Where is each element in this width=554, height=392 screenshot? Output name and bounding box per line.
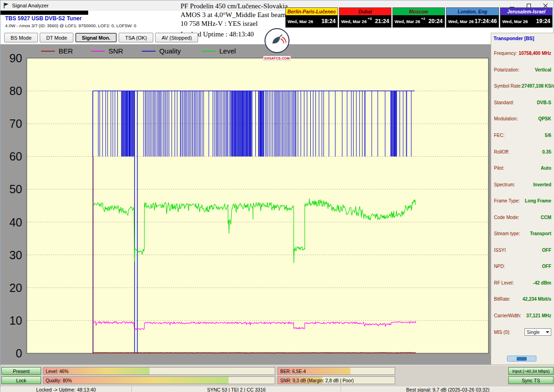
svg-text:30: 30	[9, 249, 22, 261]
svg-text:SNR: SNR	[108, 47, 123, 55]
svg-text:Level: Level	[219, 47, 236, 55]
redacted-strip	[0, 11, 88, 15]
window-title: Signal Analyzer	[12, 3, 48, 8]
level-meter: Level: 46%	[43, 367, 275, 375]
clock-time: Wed, Mar 26 19:24	[500, 15, 552, 27]
clock-city-label: London, Eng	[446, 8, 499, 15]
transponder-panel: Transponder [BS] Frequency:10758,400 MHz…	[491, 33, 554, 365]
status-row-1: Present Level: 46% BER: 6,5E-4 Input (~4…	[0, 367, 554, 375]
status-meters: Present Level: 46% BER: 6,5E-4 Input (~4…	[0, 365, 554, 386]
signal-chart-panel: BERSNRQualityLevel0102030405060708090	[0, 44, 491, 365]
clock-city-label: Moscow	[393, 8, 445, 15]
scrollbar-thumb[interactable]	[517, 357, 527, 361]
field-rolloff: RollOff:0.35	[491, 143, 554, 160]
svg-text:10: 10	[9, 314, 22, 327]
dxsatcs-logo: DXSATCS.COM	[263, 28, 291, 61]
chevron-down-icon	[546, 331, 549, 333]
site-line1: PF Prodelin 450 cm/Lučenec-Slovakia	[181, 2, 288, 11]
svg-text:Quality: Quality	[159, 47, 181, 55]
present-badge: Present	[1, 367, 41, 375]
svg-text:BER: BER	[59, 47, 73, 55]
field-polarization: Polarization:Vertical	[491, 62, 554, 78]
field-modulation: Modulation:QPSK	[491, 111, 554, 127]
site-line3: 10 758 MHz-V : YES israel	[181, 19, 288, 28]
site-line2: AMOS 3 at 4,0°W_Middle East beam	[181, 11, 288, 19]
field-frame-type: Frame Type:Long Frame	[491, 193, 554, 209]
tab-dt-mode[interactable]: DT Mode	[40, 33, 73, 42]
quality-meter-label: Quality: 80%	[46, 378, 72, 383]
clock-city-label: Dubai	[339, 8, 391, 15]
tuner-info: TBS 5927 USB DVB-S2 Tuner 4.0W - Amos 3/…	[5, 15, 136, 28]
clock-time: Wed, Mar 26 +2 20:24	[393, 15, 445, 27]
tuner-title: TBS 5927 USB DVB-S2 Tuner	[5, 15, 136, 22]
svg-text:50: 50	[9, 183, 22, 196]
field-spectrum: Spectrum:Inverted	[491, 176, 554, 193]
snr-meter: SNR: 9,3 dB (Margin: 2,8 dB | Poor)	[277, 376, 395, 384]
clock-berlin-paris-lucenec: Berlin-Paris-Lučenec Wed, Mar 26 18:24	[285, 7, 338, 28]
statusbar-uptime: Locked -> Uptime: 48:13:40	[0, 386, 132, 392]
dxsatcs-logo-text: DXSATCS.COM	[263, 56, 291, 61]
svg-text:0: 0	[16, 347, 22, 360]
clock-time: Wed, Mar 26 18:24	[286, 15, 337, 27]
tab-signal-mon[interactable]: Signal Mon.	[75, 33, 117, 42]
tab-bs-mode[interactable]: BS Mode	[4, 33, 38, 42]
field-issyi: ISSYIOFF	[491, 242, 554, 259]
clock-jerusalem: Jerusalem-Israel Wed, Mar 26 19:24	[500, 7, 553, 28]
svg-text:90: 90	[9, 52, 22, 65]
clock-moscow: Moscow Wed, Mar 26 +2 20:24	[392, 7, 445, 28]
input-badge: Input (~40,34 Mbps)	[508, 367, 554, 375]
transponder-fields: Frequency:10758,400 MHz Polarization:Ver…	[491, 45, 554, 340]
clock-city-label: Jerusalem-Israel	[500, 8, 552, 15]
tab-av[interactable]: AV (Stopped)	[155, 33, 198, 42]
field-code-mode: Code Mode:CCM	[491, 209, 554, 226]
statusbar-best-signal: Best signal: 9,7 dB (2025-03-26 03:32)	[341, 386, 554, 392]
svg-text:20: 20	[9, 281, 22, 294]
level-meter-label: Level: 46%	[46, 368, 68, 374]
field-standard: Standard:DVB-S	[491, 95, 554, 111]
sync-ts-badge: Sync TS	[508, 376, 554, 384]
app-flag-icon	[3, 2, 9, 9]
field-mis: MIS (0): Single	[491, 324, 554, 340]
field-npd: NPD:OFF	[491, 258, 554, 275]
field-symbol-rate: Symbol Rate:27497,108 KS/s	[491, 78, 554, 95]
satellite-dish-icon	[268, 31, 286, 50]
ber-meter-label: BER: 6,5E-4	[280, 368, 306, 374]
sidebar-scrollbar[interactable]	[507, 356, 536, 362]
mis-dropdown[interactable]: Single	[524, 328, 551, 336]
field-fec: FEC:5/6	[491, 127, 554, 144]
dxsatcs-logo-circle	[265, 28, 289, 53]
field-frequency: Frequency:10758,400 MHz	[491, 45, 554, 62]
svg-text:60: 60	[9, 150, 22, 163]
svg-text:70: 70	[9, 117, 22, 130]
clock-time: Wed, Mar 26 +3 21:24	[339, 15, 391, 27]
ber-meter: BER: 6,5E-4	[277, 367, 395, 375]
snr-meter-label: SNR: 9,3 dB (Margin: 2,8 dB | Poor)	[280, 378, 354, 383]
field-bitrate: BitRate:42,234 Mbit/s	[491, 291, 554, 308]
statusbar-sync-info: SYNC 53 | TEI 2 | CC 3316	[132, 386, 341, 392]
clock-city-label: Berlin-Paris-Lučenec	[286, 8, 337, 15]
tuner-subtitle: 4.0W - Amos 3/7 (ID: 3560) @ LOF1: 97500…	[5, 23, 136, 28]
tab-tsa[interactable]: TSA (OK)	[119, 33, 153, 42]
field-carrierwidth: CarrierWidth:37,121 MHz	[491, 308, 554, 324]
signal-chart: BERSNRQualityLevel0102030405060708090	[0, 44, 491, 365]
clock-time: Wed, Mar 26 17:24:46	[446, 15, 499, 27]
svg-text:80: 80	[9, 84, 22, 97]
clock-london: London, Eng Wed, Mar 26 17:24:46	[446, 7, 499, 28]
lock-badge: Lock	[1, 376, 41, 384]
field-stream-type: Stream type:Transport	[491, 226, 554, 242]
transponder-panel-title: Transponder [BS]	[494, 36, 534, 41]
mode-tabs: BS Mode DT Mode Signal Mon. TSA (OK) AV …	[4, 33, 198, 42]
status-row-2: Lock Quality: 80% SNR: 9,3 dB (Margin: 2…	[0, 376, 554, 384]
quality-meter: Quality: 80%	[43, 376, 275, 384]
bottom-statusbar: Locked -> Uptime: 48:13:40 SYNC 53 | TEI…	[0, 386, 554, 392]
svg-text:40: 40	[9, 216, 22, 229]
field-pilot: Pilot:Auto	[491, 160, 554, 177]
world-clocks: Berlin-Paris-Lučenec Wed, Mar 26 18:24 D…	[285, 7, 553, 28]
field-rf-level: RF Level:-42 dBm	[491, 275, 554, 291]
clock-dubai: Dubai Wed, Mar 26 +3 21:24	[339, 7, 391, 28]
signal-analyzer-window: Signal Analyzer TBS 5927 USB DVB-S2 Tune…	[0, 0, 554, 392]
